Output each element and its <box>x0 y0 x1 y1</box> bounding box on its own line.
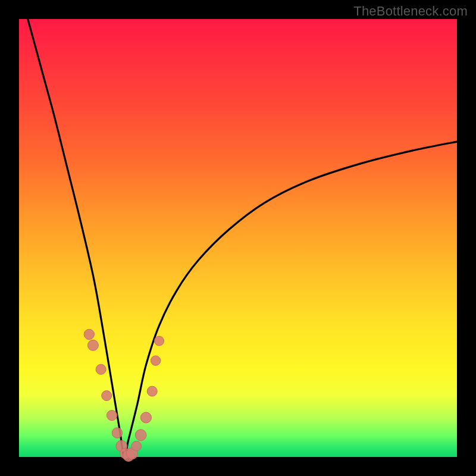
bottleneck-curve <box>28 19 457 457</box>
curve-marker <box>140 412 151 423</box>
curve-marker <box>84 329 94 339</box>
curve-marker <box>112 428 123 439</box>
curve-marker <box>155 336 164 346</box>
curve-marker <box>135 430 146 441</box>
curve-marker <box>87 340 98 350</box>
plot-area <box>19 19 457 457</box>
chart-frame: TheBottleneck.com <box>0 0 476 476</box>
curve-marker <box>102 391 112 401</box>
curve-layer <box>19 19 457 457</box>
curve-marker <box>147 386 157 396</box>
curve-markers <box>84 329 164 461</box>
curve-marker <box>96 364 106 374</box>
watermark-text: TheBottleneck.com <box>353 4 468 19</box>
curve-marker <box>107 411 117 421</box>
curve-marker <box>151 356 160 365</box>
curve-marker <box>131 441 142 451</box>
